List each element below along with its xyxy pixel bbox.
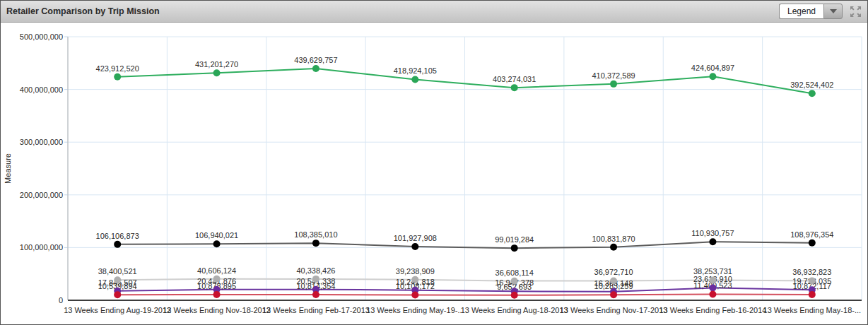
value-label-gray: 36,972,710 — [594, 268, 633, 276]
data-point-black — [709, 238, 716, 245]
data-point-black — [610, 244, 617, 251]
data-point-red — [411, 291, 418, 298]
data-point-green — [114, 73, 121, 81]
value-label-black: 100,831,870 — [592, 235, 635, 243]
widget-header: Retailer Comparison by Trip Mission Lege… — [1, 1, 867, 23]
value-label-green: 439,629,757 — [294, 56, 337, 64]
value-label-black: 99,019,284 — [495, 235, 534, 244]
value-label-gray: 40,606,124 — [197, 266, 236, 275]
svg-text:400,000,000: 400,000,000 — [20, 85, 63, 94]
value-label-black: 106,106,873 — [96, 232, 139, 240]
data-point-black — [511, 244, 518, 252]
data-point-gray — [809, 277, 816, 284]
value-label-green: 424,604,897 — [691, 64, 734, 72]
data-point-gray — [511, 278, 518, 285]
legend-dropdown-button[interactable] — [823, 4, 843, 19]
svg-text:0: 0 — [59, 296, 63, 305]
data-point-gray — [709, 276, 716, 283]
y-axis-label: Measure — [4, 153, 12, 184]
data-point-gray — [610, 277, 617, 284]
value-label-gray: 36,608,114 — [495, 268, 534, 277]
data-point-black — [809, 240, 816, 247]
value-label-gray: 40,338,426 — [296, 266, 335, 275]
x-tick-label: 13 Weeks Ending May-18-... — [763, 306, 862, 314]
chart-area: Measure38,400,52140,606,12440,338,42639,… — [1, 23, 867, 324]
value-label-black: 108,976,354 — [790, 230, 833, 239]
chart-widget: Retailer Comparison by Trip Mission Lege… — [0, 0, 868, 325]
data-point-green — [610, 81, 617, 88]
data-point-green — [809, 90, 816, 97]
page-title: Retailer Comparison by Trip Mission — [6, 6, 160, 16]
data-point-green — [511, 84, 518, 91]
value-label-gray: 36,932,823 — [792, 268, 831, 276]
data-point-red — [610, 291, 617, 298]
x-tick-label: 13 Weeks Ending Feb-17-2013 — [262, 306, 370, 314]
x-tick-label: 13 Weeks Ending Aug-18-2013 — [461, 306, 568, 314]
svg-text:100,000,000: 100,000,000 — [20, 243, 63, 252]
data-point-red — [809, 291, 816, 298]
value-label-black: 106,940,021 — [195, 231, 238, 240]
legend-dropdown[interactable]: Legend — [779, 4, 843, 19]
data-point-gray — [213, 276, 221, 283]
data-point-gray — [312, 276, 319, 283]
data-point-black — [114, 241, 121, 248]
value-label-green: 431,201,270 — [195, 60, 238, 69]
data-point-black — [411, 243, 418, 250]
x-tick-label: 13 Weeks Ending May-19-... — [366, 306, 464, 314]
data-point-green — [411, 76, 418, 83]
value-label-gray: 38,400,521 — [98, 267, 137, 276]
maximize-icon[interactable] — [850, 6, 862, 18]
gridlines — [64, 37, 862, 300]
data-point-green — [312, 65, 319, 72]
legend-dropdown-value[interactable]: Legend — [779, 4, 823, 19]
axis-tick-labels: 0100,000,000200,000,000300,000,000400,00… — [20, 32, 861, 314]
value-label-black: 110,930,757 — [691, 229, 734, 237]
data-point-red — [114, 291, 121, 298]
value-label-green: 392,524,402 — [790, 81, 833, 89]
svg-text:300,000,000: 300,000,000 — [20, 138, 63, 146]
value-label-black: 108,385,010 — [294, 230, 337, 239]
data-point-red — [312, 291, 319, 298]
data-point-red — [709, 290, 716, 297]
x-tick-label: 13 Weeks Ending Aug-19-2012 — [64, 306, 171, 314]
value-label-green: 403,274,031 — [493, 75, 536, 83]
data-point-green — [709, 73, 716, 80]
data-point-gray — [411, 276, 418, 283]
svg-text:500,000,000: 500,000,000 — [20, 32, 63, 41]
data-point-black — [213, 240, 221, 247]
value-label-green: 418,924,105 — [394, 66, 437, 75]
value-label-gray: 39,238,909 — [396, 267, 435, 276]
x-tick-label: 13 Weeks Ending Nov-18-2012 — [163, 306, 271, 314]
data-point-red — [213, 291, 221, 298]
value-label-green: 410,372,589 — [592, 71, 635, 80]
data-point-gray — [114, 276, 121, 283]
data-point-red — [511, 292, 518, 299]
value-label-black: 101,927,908 — [394, 234, 437, 242]
svg-text:200,000,000: 200,000,000 — [20, 191, 63, 199]
chevron-down-icon — [830, 9, 837, 13]
data-point-purple — [709, 284, 716, 291]
x-tick-label: 13 Weeks Ending Nov-17-2013 — [560, 306, 668, 314]
value-label-green: 423,912,520 — [96, 64, 139, 73]
data-point-green — [213, 69, 221, 76]
series-line-red — [117, 294, 812, 295]
x-tick-label: 13 Weeks Ending Feb-16-2014 — [659, 306, 766, 314]
data-point-black — [312, 240, 319, 247]
chart-canvas: Measure38,400,52140,606,12440,338,42639,… — [1, 23, 867, 324]
